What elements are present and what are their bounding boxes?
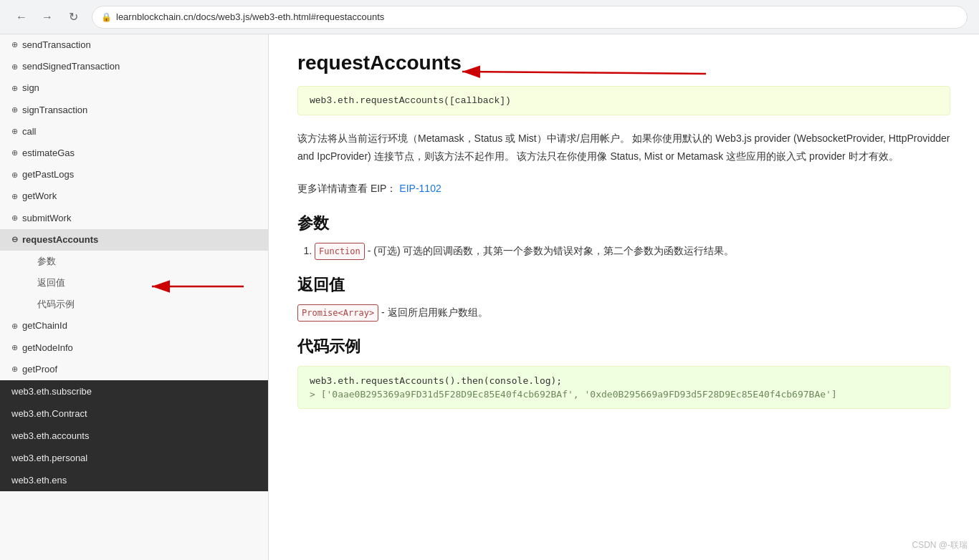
sidebar-item-getWork[interactable]: ⊕ getWork	[0, 185, 268, 207]
sidebar-item-example[interactable]: 代码示例	[0, 294, 268, 315]
sidebar-item-label: sendTransaction	[22, 39, 91, 52]
sidebar-item-label: sendSignedTransaction	[22, 60, 120, 73]
sidebar-item-estimateGas[interactable]: ⊕ estimateGas	[0, 143, 268, 164]
sidebar-item-label: sign	[22, 82, 39, 95]
return-text: - 返回所启用账户数组。	[381, 306, 488, 318]
sidebar-item-signTransaction[interactable]: ⊕ signTransaction	[0, 100, 268, 121]
toggle-icon: ⊕	[11, 105, 18, 115]
toggle-icon: ⊕	[11, 83, 18, 94]
example-heading: 代码示例	[297, 336, 950, 357]
param-item-1: Function - (可选) 可选的回调函数，其第一个参数为错误对象，第二个参…	[315, 243, 950, 260]
sidebar-item-label: 代码示例	[37, 298, 75, 311]
watermark: CSDN @-联瑞	[912, 539, 968, 551]
code-signature-block: web3.eth.requestAccounts([callback])	[297, 86, 950, 115]
sidebar-item-label: getNodeInfo	[22, 342, 73, 354]
sidebar-item-getNodeInfo[interactable]: ⊕ getNodeInfo	[0, 337, 268, 359]
browser-bar: ← → ↻ 🔒 learnblockchain.cn/docs/web3.js/…	[0, 0, 979, 34]
sidebar: ⊕ sendTransaction ⊕ sendSignedTransactio…	[0, 34, 269, 560]
sidebar-item-sign[interactable]: ⊕ sign	[0, 77, 268, 99]
sidebar-section-contract[interactable]: web3.eth.Contract	[0, 402, 268, 425]
sidebar-item-label: call	[22, 125, 37, 138]
function-badge: Function	[315, 243, 365, 260]
returns-heading: 返回值	[297, 274, 950, 296]
description-text: 该方法将从当前运行环境（Metamask，Status 或 Mist）中请求/启…	[297, 130, 950, 165]
params-list: Function - (可选) 可选的回调函数，其第一个参数为错误对象，第二个参…	[297, 243, 950, 260]
forward-button[interactable]: →	[37, 7, 57, 27]
main-layout: ⊕ sendTransaction ⊕ sendSignedTransactio…	[0, 34, 979, 560]
sidebar-section-personal[interactable]: web3.eth.personal	[0, 447, 268, 469]
content-area: requestAccounts web3.eth.requestAccounts…	[269, 34, 979, 560]
sidebar-item-label: getProof	[22, 363, 57, 376]
sidebar-item-getPastLogs[interactable]: ⊕ getPastLogs	[0, 164, 268, 185]
return-description: Promise<Array> - 返回所启用账户数组。	[297, 304, 950, 322]
toggle-icon: ⊕	[11, 191, 18, 202]
toggle-icon: ⊕	[11, 62, 18, 72]
url-text: learnblockchain.cn/docs/web3.js/web3-eth…	[116, 11, 384, 22]
example-code-block: web3.eth.requestAccounts().then(console.…	[297, 366, 950, 409]
sidebar-section-accounts[interactable]: web3.eth.accounts	[0, 425, 268, 447]
sidebar-item-params[interactable]: 参数	[0, 251, 268, 272]
lock-icon: 🔒	[101, 12, 112, 22]
sidebar-item-label: requestAccounts	[22, 233, 98, 246]
sidebar-section-label: web3.eth.ens	[11, 475, 67, 486]
promise-badge: Promise<Array>	[297, 304, 378, 322]
sidebar-item-label: getWork	[22, 190, 57, 203]
example-line-1: web3.eth.requestAccounts().then(console.…	[310, 375, 938, 386]
toggle-icon: ⊕	[11, 321, 18, 332]
sidebar-item-label: estimateGas	[22, 147, 75, 160]
param-description: - (可选) 可选的回调函数，其第一个参数为错误对象，第二个参数为函数运行结果。	[368, 245, 735, 256]
sidebar-section-subscribe[interactable]: web3.eth.subscribe	[0, 380, 268, 402]
toggle-icon: ⊕	[11, 126, 18, 137]
sidebar-item-sendSignedTransaction[interactable]: ⊕ sendSignedTransaction	[0, 56, 268, 77]
example-line-2: > ['0aae0B295369a9FD31d5F28D9Ec85E40f4cb…	[310, 389, 938, 400]
address-bar[interactable]: 🔒 learnblockchain.cn/docs/web3.js/web3-e…	[92, 6, 968, 29]
sidebar-item-returns[interactable]: 返回值	[0, 272, 268, 294]
toggle-icon: ⊕	[11, 342, 18, 353]
sidebar-section-label: web3.eth.Contract	[11, 408, 87, 419]
sidebar-item-label: 参数	[37, 255, 56, 268]
sidebar-item-label: getChainId	[22, 319, 67, 332]
sidebar-item-getChainId[interactable]: ⊕ getChainId	[0, 315, 268, 337]
toggle-icon: ⊖	[11, 234, 18, 245]
eip-line: 更多详情请查看 EIP： EIP-1102	[297, 180, 950, 198]
toggle-icon: ⊕	[11, 170, 18, 180]
sidebar-item-requestAccounts[interactable]: ⊖ requestAccounts	[0, 229, 268, 251]
sidebar-item-getProof[interactable]: ⊕ getProof	[0, 359, 268, 380]
sidebar-section-label: web3.eth.accounts	[11, 430, 89, 441]
sidebar-item-submitWork[interactable]: ⊕ submitWork	[0, 208, 268, 229]
sidebar-item-label: signTransaction	[22, 104, 87, 117]
sidebar-section-ens[interactable]: web3.eth.ens	[0, 469, 268, 491]
toggle-icon: ⊕	[11, 148, 18, 158]
sidebar-section-label: web3.eth.subscribe	[11, 386, 92, 397]
toggle-icon: ⊕	[11, 39, 18, 50]
code-signature-text: web3.eth.requestAccounts([callback])	[310, 95, 511, 106]
sidebar-item-sendTransaction[interactable]: ⊕ sendTransaction	[0, 34, 268, 56]
sidebar-section-label: web3.eth.personal	[11, 453, 87, 463]
eip-link[interactable]: EIP-1102	[399, 183, 441, 194]
toggle-icon: ⊕	[11, 364, 18, 375]
reload-button[interactable]: ↻	[63, 7, 83, 27]
sidebar-item-label: 返回值	[37, 276, 65, 289]
sidebar-item-label: getPastLogs	[22, 168, 74, 181]
back-button[interactable]: ←	[11, 7, 32, 27]
params-heading: 参数	[297, 213, 950, 234]
page-title: requestAccounts	[297, 52, 950, 74]
sidebar-item-call[interactable]: ⊕ call	[0, 121, 268, 143]
sidebar-item-label: submitWork	[22, 212, 71, 225]
nav-buttons: ← → ↻	[11, 7, 83, 27]
toggle-icon: ⊕	[11, 213, 18, 223]
